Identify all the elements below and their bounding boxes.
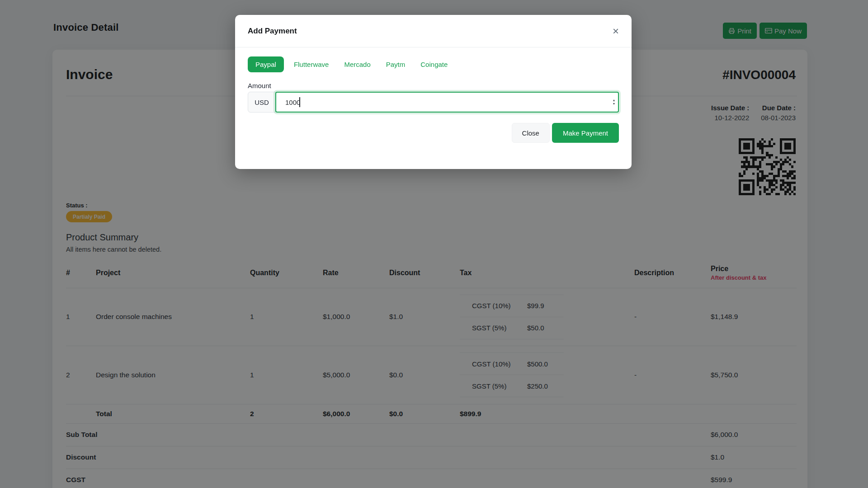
modal-close-button[interactable]: ×: [608, 23, 623, 39]
tab-mercado[interactable]: Mercado: [339, 56, 376, 72]
currency-addon: USD: [248, 92, 276, 113]
make-payment-button[interactable]: Make Payment: [552, 123, 619, 143]
modal-header: Add Payment ×: [235, 15, 632, 47]
payment-method-tabs: Paypal Flutterwave Mercado Paytm Coingat…: [248, 56, 619, 72]
modal-body: Paypal Flutterwave Mercado Paytm Coingat…: [235, 47, 632, 143]
amount-input-group: USD ▴ ▾: [248, 92, 619, 113]
tab-paypal[interactable]: Paypal: [248, 56, 284, 72]
modal-title: Add Payment: [248, 27, 297, 36]
tab-flutterwave[interactable]: Flutterwave: [288, 56, 335, 72]
close-button[interactable]: Close: [512, 123, 550, 143]
number-stepper[interactable]: ▴ ▾: [613, 99, 615, 106]
text-caret: [299, 97, 300, 107]
stepper-down-icon: ▾: [613, 102, 615, 106]
modal-footer: Close Make Payment: [248, 123, 619, 143]
amount-input[interactable]: [275, 92, 619, 113]
amount-label: Amount: [248, 82, 619, 89]
tab-coingate[interactable]: Coingate: [415, 56, 453, 72]
tab-paytm[interactable]: Paytm: [381, 56, 411, 72]
close-icon: ×: [613, 25, 619, 37]
payment-modal: Add Payment × Paypal Flutterwave Mercado…: [235, 15, 632, 169]
